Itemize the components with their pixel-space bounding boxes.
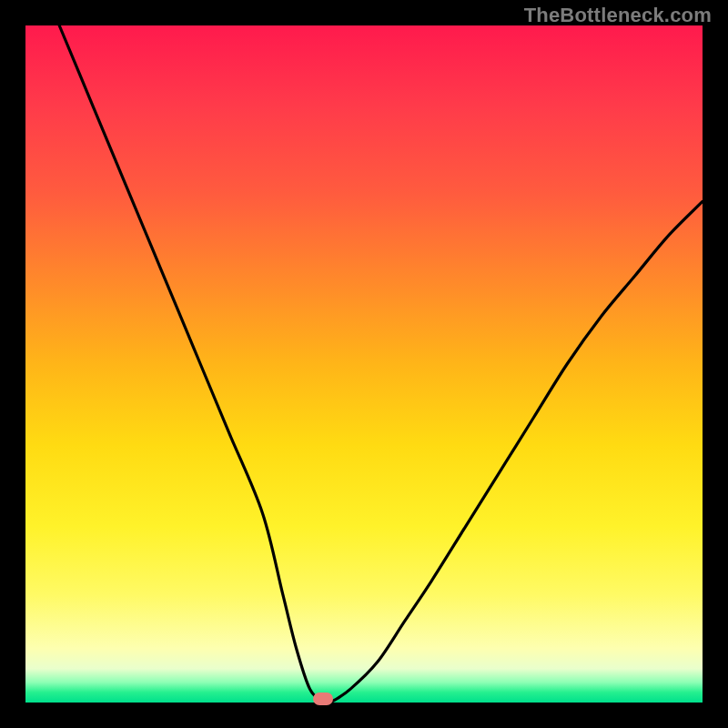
curve-svg (25, 25, 703, 703)
bottleneck-curve (59, 25, 703, 704)
plot-area (25, 25, 703, 703)
watermark-label: TheBottleneck.com (524, 4, 712, 27)
chart-frame: TheBottleneck.com (0, 0, 728, 728)
optimum-marker (313, 693, 333, 705)
